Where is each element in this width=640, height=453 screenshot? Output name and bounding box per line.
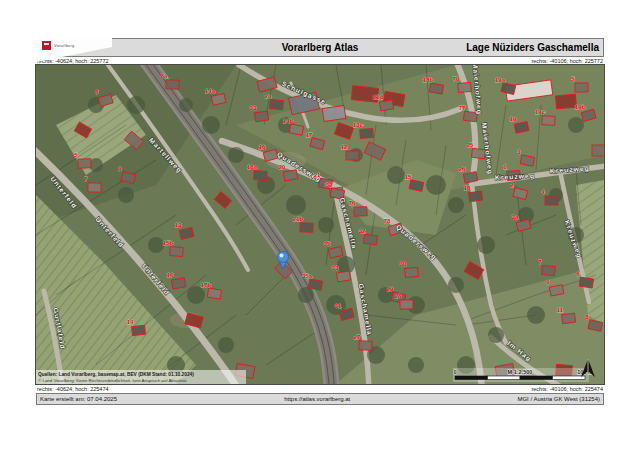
house-number: 78 [384,218,391,224]
scale-bar: 0M 1:2.500100 m [453,368,593,382]
coord-bottom-left: rechts: -40624; hoch: 225474 [37,386,109,392]
house-number: 16 [167,272,174,278]
house-number: 19 [510,116,517,122]
house-number: 21b [293,216,304,222]
header-bar: Vorarlberg Vorarlberg Atlas Lage Nüzider… [36,38,604,57]
house-number: 77 [459,105,466,111]
atlas-url: https://atlas.vorarlberg.at [284,396,350,402]
footer-bar: Karte erstellt am: 07.04.2025 https://at… [36,393,604,405]
print-page: Vorarlberg Vorarlberg Atlas Lage Nüzider… [0,0,640,453]
house-number: 8a [161,73,168,79]
scale-ratio: M 1:2.500 [508,369,533,375]
attribution-line-1: Quellen: Land Vorarlberg, basemap.at, BE… [38,372,194,377]
house-number: 13 [175,222,182,228]
house-number: 15b [163,240,174,246]
coordinates-bottom: rechts: -40624; hoch: 225474 rechts: -40… [36,384,604,393]
house-number: 11 [557,307,564,313]
house-number: 18 [464,185,471,191]
house-number: 32 [359,228,366,234]
house-number: 19c [535,109,546,115]
house-number: 20 [279,164,286,170]
house-number: 21d [373,94,384,100]
house-number: 26 [459,166,466,172]
house-number: 19a [495,77,506,83]
crs-label: MGI / Austria GK West (31254) [517,396,600,402]
house-number: 35a [302,273,313,279]
vorarlberg-logo-text: Vorarlberg [54,43,74,48]
map-created-date: Karte erstellt am: 07.04.2025 [40,396,117,402]
house-number: 33 [250,105,257,111]
house-number: 32 [326,182,333,188]
house-number: 12 [341,144,348,150]
house-number: 35 [324,241,331,247]
house-number: 18a [247,164,258,170]
house-number: 15 [405,174,412,180]
house-number: 14 [127,319,134,325]
house-number: 14b [283,118,294,124]
house-number: 76 [349,200,356,206]
coord-bottom-right: rechts: -40106; hoch: 225474 [531,386,603,392]
coordinates-top: rechts: -40624; hoch: 225772 rechts: -40… [36,57,604,65]
vorarlberg-logo-mark [42,41,51,50]
house-number: 17b [201,282,212,288]
house-number: 14a [205,88,216,94]
house-number: 29 [387,286,394,292]
house-number: 27 [354,334,361,340]
house-number: 25 [467,142,474,148]
house-number: 19b [575,104,586,110]
map-canvas[interactable]: SchulgasseQuaderswegQuaderswegGaschamell… [36,65,604,384]
attribution-line-2: © Land Vorarlberg: Keine Rechtsverbindli… [38,378,187,383]
house-number: 21 [314,172,321,178]
scale-zero: 0 [453,369,456,375]
coord-top-right: rechts: -40106; hoch: 225772 [531,58,603,64]
house-number: 33 [332,265,339,271]
house-number: 17 [306,132,313,138]
house-number: 70 [453,76,460,82]
house-number: 3a [512,214,519,220]
page-subtitle: Lage Nüziders Gaschamella [466,42,599,53]
print-frame: Vorarlberg Vorarlberg Atlas Lage Nüzider… [36,38,604,405]
house-number: 13c [353,122,364,128]
house-number: 31 [335,303,342,309]
house-number: 16 [259,144,266,150]
house-number: 28 [395,293,402,299]
map-attribution: Quellen: Land Vorarlberg, basemap.at, BE… [36,370,246,384]
house-number: 18b [423,77,434,83]
aerial-map: SchulgasseQuaderswegQuaderswegGaschamell… [36,65,604,384]
house-number: 2a [265,93,272,99]
house-number: 30 [400,261,407,267]
